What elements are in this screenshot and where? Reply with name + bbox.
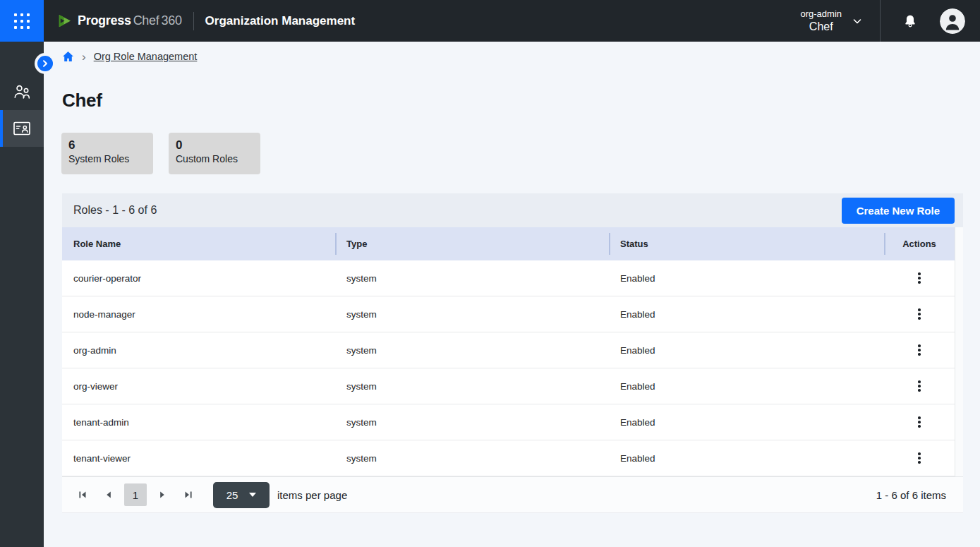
table-header-row: Role Name Type Status Actions: [62, 227, 963, 260]
column-header-type: Type: [335, 227, 609, 260]
stat-cards: 6 System Roles 0 Custom Roles: [61, 133, 980, 174]
kebab-menu-icon: [918, 272, 921, 275]
pagination-bar: 1 25 items per page 1 - 6 of 6 items: [62, 476, 963, 513]
apps-grid-icon: [14, 13, 30, 29]
dropdown-caret-icon: [249, 493, 256, 497]
type-cell: system: [335, 296, 609, 332]
status-cell: Enabled: [609, 260, 884, 296]
actions-cell: [884, 368, 955, 404]
pagination-range-label: 1 - 6 of 6 items: [876, 489, 946, 501]
table-row: courier-operator system Enabled: [62, 260, 963, 296]
page-size-select[interactable]: 25: [213, 482, 270, 508]
table-scrollbar-track[interactable]: [955, 227, 963, 476]
kebab-menu-icon: [918, 308, 921, 311]
brand-360-text: 360: [161, 13, 181, 28]
table-body: courier-operator system Enabled node-man…: [62, 260, 963, 476]
user-org-switcher[interactable]: org-admin Chef: [800, 8, 863, 34]
role-name-cell: courier-operator: [62, 260, 335, 296]
chevron-right-icon: [41, 59, 49, 68]
actions-cell: [884, 404, 955, 440]
custom-roles-count: 0: [176, 138, 260, 152]
role-name-cell: org-viewer: [62, 368, 335, 404]
page-title: Chef: [62, 90, 980, 112]
system-roles-card: 6 System Roles: [61, 133, 153, 174]
type-cell: system: [335, 440, 609, 476]
actions-cell: [884, 260, 955, 296]
notifications-bell-icon: [902, 13, 918, 29]
account-avatar-button[interactable]: [940, 8, 965, 34]
system-roles-count: 6: [68, 138, 153, 152]
previous-page-icon: [104, 490, 114, 500]
role-name-cell: tenant-admin: [62, 404, 335, 440]
row-actions-kebab-button[interactable]: [911, 304, 928, 324]
breadcrumb-chevron-icon: ›: [82, 51, 86, 63]
breadcrumb-link-org-role-management[interactable]: Org Role Management: [94, 51, 198, 62]
kebab-menu-icon: [918, 344, 921, 347]
notifications-button[interactable]: [889, 0, 931, 42]
custom-roles-card: 0 Custom Roles: [169, 133, 260, 174]
column-header-status: Status: [609, 227, 884, 260]
status-cell: Enabled: [609, 440, 884, 476]
row-actions-kebab-button[interactable]: [911, 376, 928, 396]
actions-cell: [884, 332, 955, 368]
role-name-cell: org-admin: [62, 332, 335, 368]
left-sidebar: [0, 42, 44, 547]
roles-table: Role Name Type Status Actions courier-op…: [62, 227, 963, 476]
items-per-page-label: items per page: [277, 489, 347, 501]
progress-logo-icon: [56, 13, 73, 29]
table-row: tenant-admin system Enabled: [62, 404, 963, 440]
row-actions-kebab-button[interactable]: [911, 340, 928, 360]
sidebar-expand-button[interactable]: [37, 56, 53, 71]
type-cell: system: [335, 368, 609, 404]
type-cell: system: [335, 260, 609, 296]
next-page-button[interactable]: [152, 484, 173, 505]
table-row: tenant-viewer system Enabled: [62, 440, 963, 476]
roles-badge-icon: [13, 121, 31, 136]
create-new-role-button[interactable]: Create New Role: [842, 198, 955, 224]
brand-chef-text: Chef: [133, 13, 159, 28]
role-name-cell: node-manager: [62, 296, 335, 332]
top-header: Progress Chef 360 Organization Managemen…: [0, 0, 980, 42]
user-org-label: Chef: [800, 20, 842, 34]
column-header-actions: Actions: [884, 227, 955, 260]
table-title: Roles - 1 - 6 of 6: [73, 204, 157, 217]
type-cell: system: [335, 404, 609, 440]
breadcrumb: › Org Role Management: [44, 42, 980, 71]
current-page-button[interactable]: 1: [124, 483, 147, 506]
sidebar-item-users[interactable]: [0, 73, 44, 110]
status-cell: Enabled: [609, 368, 884, 404]
last-page-button[interactable]: [178, 484, 199, 505]
app-launcher-button[interactable]: [0, 0, 44, 42]
page-size-value: 25: [226, 489, 238, 501]
column-header-role-name: Role Name: [62, 227, 335, 260]
kebab-menu-icon: [918, 380, 921, 383]
status-cell: Enabled: [609, 404, 884, 440]
next-page-icon: [157, 490, 167, 500]
last-page-icon: [183, 490, 193, 500]
roles-table-card: Roles - 1 - 6 of 6 Create New Role Role …: [62, 193, 963, 513]
main-content: › Org Role Management Chef 6 System Role…: [44, 42, 980, 547]
custom-roles-label: Custom Roles: [176, 152, 260, 166]
first-page-icon: [78, 490, 87, 500]
sidebar-item-org-roles[interactable]: [0, 110, 44, 147]
user-role-label: org-admin: [800, 8, 842, 20]
kebab-menu-icon: [918, 416, 921, 419]
table-row: node-manager system Enabled: [62, 296, 963, 332]
brand-progress-text: Progress: [78, 13, 131, 28]
actions-cell: [884, 296, 955, 332]
table-toolbar: Roles - 1 - 6 of 6 Create New Role: [62, 193, 963, 227]
breadcrumb-home-button[interactable]: [62, 51, 74, 62]
row-actions-kebab-button[interactable]: [911, 412, 928, 432]
previous-page-button[interactable]: [98, 484, 119, 505]
home-icon: [62, 51, 74, 62]
row-actions-kebab-button[interactable]: [911, 268, 928, 288]
header-divider: [193, 12, 194, 30]
avatar-icon: [940, 8, 965, 34]
type-cell: system: [335, 332, 609, 368]
status-cell: Enabled: [609, 332, 884, 368]
row-actions-kebab-button[interactable]: [911, 448, 928, 468]
first-page-button[interactable]: [72, 484, 93, 505]
chevron-down-icon: [852, 16, 863, 27]
actions-cell: [884, 440, 955, 476]
kebab-menu-icon: [918, 452, 921, 455]
